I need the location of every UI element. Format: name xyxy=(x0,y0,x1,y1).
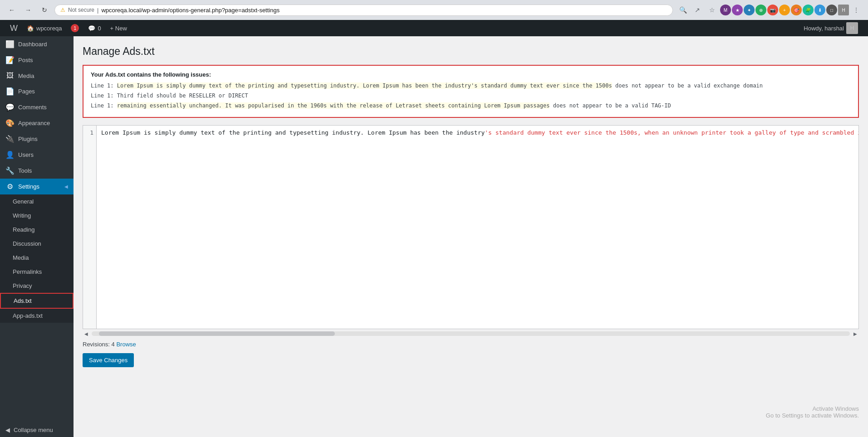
forward-button[interactable]: → xyxy=(22,4,34,16)
collapse-icon: ◀ xyxy=(5,427,10,433)
reload-button[interactable]: ↻ xyxy=(38,4,51,16)
sidebar-item-dashboard[interactable]: ⬜ Dashboard xyxy=(0,36,74,52)
sidebar-item-posts[interactable]: 📝 Posts xyxy=(0,52,74,68)
sidebar-item-settings[interactable]: ⚙ Settings ◀ xyxy=(0,179,74,194)
user-avatar[interactable]: H xyxy=(838,5,849,15)
search-button[interactable]: 🔍 xyxy=(677,4,689,16)
ext-icon-1[interactable]: M xyxy=(720,5,731,15)
ext-icon-7[interactable]: 🎯 xyxy=(791,5,802,15)
code-text-red: 's standard dummy text ever since the 15… xyxy=(485,129,858,136)
sidebar-item-media-label: Media xyxy=(18,73,34,79)
line-numbers: 1 xyxy=(83,126,97,329)
sidebar-item-plugins[interactable]: 🔌 Plugins xyxy=(0,131,74,147)
sidebar-item-writing[interactable]: Writing xyxy=(0,209,74,223)
comments-item[interactable]: 💬 0 xyxy=(83,20,105,36)
collapse-menu-item[interactable]: ◀ Collapse menu xyxy=(0,423,74,437)
warning-icon: ⚠ xyxy=(60,7,65,13)
save-changes-button[interactable]: Save Changes xyxy=(83,353,134,367)
error-line-1: Line 1: Lorem Ipsum is simply dummy text… xyxy=(91,82,851,90)
site-name-item[interactable]: 🏠 wpcoreqa xyxy=(22,20,66,36)
error-line-1-prefix: Line 1: xyxy=(91,83,117,89)
ext-icon-9[interactable]: ⬇ xyxy=(814,5,825,15)
wp-admin-bar: W 🏠 wpcoreqa 1 💬 0 + New Howdy, harshal … xyxy=(0,20,868,36)
address-bar[interactable]: ⚠ Not secure | wpcoreqa.local/wp-admin/o… xyxy=(54,5,673,16)
new-content-item[interactable]: + New xyxy=(106,20,132,36)
error-box: Your Ads.txt contains the following issu… xyxy=(83,65,859,118)
sidebar-item-general[interactable]: General xyxy=(0,194,74,209)
ext-icon-8[interactable]: 🧩 xyxy=(803,5,814,15)
discussion-label: Discussion xyxy=(13,240,41,247)
sidebar-item-appadstxt[interactable]: App-ads.txt xyxy=(0,309,74,323)
browser-chrome: ← → ↻ ⚠ Not secure | wpcoreqa.local/wp-a… xyxy=(0,0,868,20)
ext-icon-6[interactable]: + xyxy=(779,5,790,15)
wp-logo-icon: W xyxy=(10,24,18,33)
error-line-3-suffix: does not appear to be a valid TAG-ID xyxy=(549,102,671,109)
appadstxt-label: App-ads.txt xyxy=(13,312,43,319)
ext-icon-5[interactable]: 📷 xyxy=(767,5,778,15)
sidebar-item-tools[interactable]: 🔧 Tools xyxy=(0,163,74,179)
code-text-normal: Lorem Ipsum is simply dummy text of the … xyxy=(101,129,485,136)
error-line-2-highlight: Third field should be RESELLER or DIRECT xyxy=(117,92,248,99)
sidebar-item-plugins-label: Plugins xyxy=(18,136,38,142)
permalinks-label: Permalinks xyxy=(13,268,42,275)
appearance-icon: 🎨 xyxy=(5,119,15,127)
ext-icon-3[interactable]: ✦ xyxy=(744,5,755,15)
wp-logo-item[interactable]: W xyxy=(5,20,22,36)
back-button[interactable]: ← xyxy=(5,4,18,16)
browser-actions: 🔍 ↗ ☆ M ★ ✦ ⊕ 📷 + 🎯 🧩 ⬇ □ H ⋮ xyxy=(677,4,863,16)
code-editor[interactable]: 1 Lorem Ipsum is simply dummy text of th… xyxy=(83,125,859,329)
ext-icon-10[interactable]: □ xyxy=(826,5,837,15)
scrollbar-track[interactable] xyxy=(92,331,850,336)
new-label: + New xyxy=(110,25,127,32)
sidebar-item-dashboard-label: Dashboard xyxy=(18,41,47,48)
sidebar-item-privacy[interactable]: Privacy xyxy=(0,279,74,293)
revisions-line: Revisions: 4 Browse xyxy=(83,341,859,348)
sidebar-item-comments[interactable]: 💬 Comments xyxy=(0,99,74,115)
scroll-left-button[interactable]: ◀ xyxy=(83,330,90,337)
settings-arrow-icon: ◀ xyxy=(64,184,68,189)
bookmark-button[interactable]: ☆ xyxy=(706,4,718,16)
media-sub-label: Media xyxy=(13,254,29,261)
sidebar-item-users[interactable]: 👤 Users xyxy=(0,147,74,163)
sidebar-item-permalinks[interactable]: Permalinks xyxy=(0,265,74,279)
sidebar-item-reading[interactable]: Reading xyxy=(0,223,74,237)
user-avatar-icon: H xyxy=(846,22,858,34)
sidebar-item-media[interactable]: Media xyxy=(0,251,74,265)
horizontal-scrollbar[interactable]: ◀ ▶ xyxy=(83,330,859,337)
scroll-right-button[interactable]: ▶ xyxy=(852,330,859,337)
content-area: Manage Ads.txt Your Ads.txt contains the… xyxy=(74,36,868,437)
sidebar-item-pages[interactable]: 📄 Pages xyxy=(0,83,74,99)
comment-icon: 💬 xyxy=(88,25,95,32)
adstxt-label: Ads.txt xyxy=(14,297,32,304)
error-line-1-suffix: does not appear to be a valid exchange d… xyxy=(612,83,763,89)
sidebar-item-adstxt[interactable]: Ads.txt xyxy=(0,293,74,309)
error-title: Your Ads.txt contains the following issu… xyxy=(91,71,851,78)
sidebar-item-comments-label: Comments xyxy=(18,104,47,111)
sidebar-item-appearance[interactable]: 🎨 Appearance xyxy=(0,115,74,131)
more-options-button[interactable]: ⋮ xyxy=(850,4,863,16)
settings-submenu: General Writing Reading Discussion Media… xyxy=(0,194,74,323)
error-line-3-prefix: Line 1: xyxy=(91,102,117,109)
sidebar-item-pages-label: Pages xyxy=(18,88,35,95)
browse-link[interactable]: Browse xyxy=(116,341,136,348)
reading-label: Reading xyxy=(13,226,34,233)
code-content[interactable]: Lorem Ipsum is simply dummy text of the … xyxy=(97,126,858,329)
update-item[interactable]: 1 xyxy=(66,20,83,36)
sidebar-item-appearance-label: Appearance xyxy=(18,120,50,126)
ext-icon-2[interactable]: ★ xyxy=(732,5,743,15)
plugins-icon: 🔌 xyxy=(5,135,15,143)
not-secure-label: Not secure xyxy=(68,7,94,13)
sidebar-item-media[interactable]: 🖼 Media xyxy=(0,68,74,83)
ext-icon-4[interactable]: ⊕ xyxy=(755,5,766,15)
howdy-item[interactable]: Howdy, harshal H xyxy=(799,20,863,36)
share-button[interactable]: ↗ xyxy=(691,4,704,16)
sidebar-item-discussion[interactable]: Discussion xyxy=(0,237,74,251)
scrollbar-thumb[interactable] xyxy=(99,331,335,336)
update-icon: 1 xyxy=(71,24,79,32)
posts-icon: 📝 xyxy=(5,56,15,64)
error-line-2: Line 1: Third field should be RESELLER o… xyxy=(91,92,851,100)
privacy-label: Privacy xyxy=(13,282,32,289)
url-text: wpcoreqa.local/wp-admin/options-general.… xyxy=(101,7,280,14)
tools-icon: 🔧 xyxy=(5,166,15,175)
admin-bar-right: Howdy, harshal H xyxy=(799,20,863,36)
